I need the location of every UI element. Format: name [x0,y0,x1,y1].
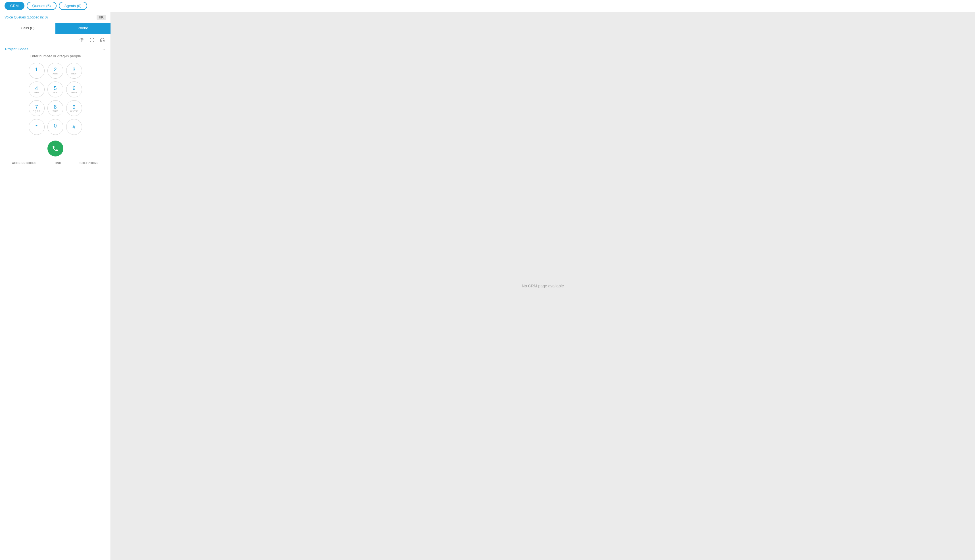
dial-4[interactable]: 4GHI [29,82,45,97]
headset-icon[interactable] [99,37,105,43]
dial-5[interactable]: 5JKL [47,82,63,97]
sidebar-tabs-row: Calls (0) Phone [0,23,110,34]
access-codes-label[interactable]: ACCESS CODES [12,162,37,165]
dialpad: 1 2ABC 3DEF 4GHI 5JKL 6MNO 7PQRS 8TUV 9W… [29,63,82,135]
sidebar-header: Voice Queues (Logged in: 0) HK [0,12,110,23]
voice-queues-label: Voice Queues (Logged in: 0) [5,15,48,19]
bottom-labels: ACCESS CODES DND SOFTPHONE [0,162,110,165]
call-button[interactable] [47,140,63,157]
number-input[interactable] [11,54,99,58]
tab-phone[interactable]: Phone [55,23,111,34]
dial-2[interactable]: 2ABC [47,63,63,79]
phone-panel: Project Codes ⌄ 1 2ABC 3DEF 4GHI 5JKL 6M… [0,34,110,560]
dial-7[interactable]: 7PQRS [29,100,45,116]
wifi-icon[interactable] [79,37,85,43]
dial-0[interactable]: 0+ [47,119,63,135]
no-crm-text: No CRM page available [522,284,564,288]
project-codes-row: Project Codes ⌄ [0,45,110,54]
tab-queues[interactable]: Queues (6) [27,2,57,10]
chevron-down-icon[interactable]: ⌄ [102,47,105,51]
dnd-label[interactable]: DND [55,162,61,165]
call-btn-container [47,140,63,157]
dial-1[interactable]: 1 [29,63,45,79]
dial-9[interactable]: 9WXYZ [66,100,82,116]
top-tabs-bar: CRM Queues (6) Agents (0) [0,0,975,12]
sidebar: Voice Queues (Logged in: 0) HK Calls (0)… [0,12,111,560]
info-icon[interactable] [89,37,95,43]
softphone-label[interactable]: SOFTPHONE [80,162,99,165]
tab-agents[interactable]: Agents (0) [59,2,87,10]
dial-6[interactable]: 6MNO [66,82,82,97]
dial-star[interactable]: * [29,119,45,135]
icon-row [0,37,110,43]
dial-3[interactable]: 3DEF [66,63,82,79]
main-layout: Voice Queues (Logged in: 0) HK Calls (0)… [0,12,975,560]
dial-hash[interactable]: # [66,119,82,135]
hk-badge: HK [97,15,106,20]
tab-calls[interactable]: Calls (0) [0,23,55,34]
project-codes-label[interactable]: Project Codes [5,47,28,51]
tab-crm[interactable]: CRM [5,2,24,10]
crm-panel: No CRM page available [111,12,975,560]
svg-point-0 [82,42,82,42]
dial-8[interactable]: 8TUV [47,100,63,116]
